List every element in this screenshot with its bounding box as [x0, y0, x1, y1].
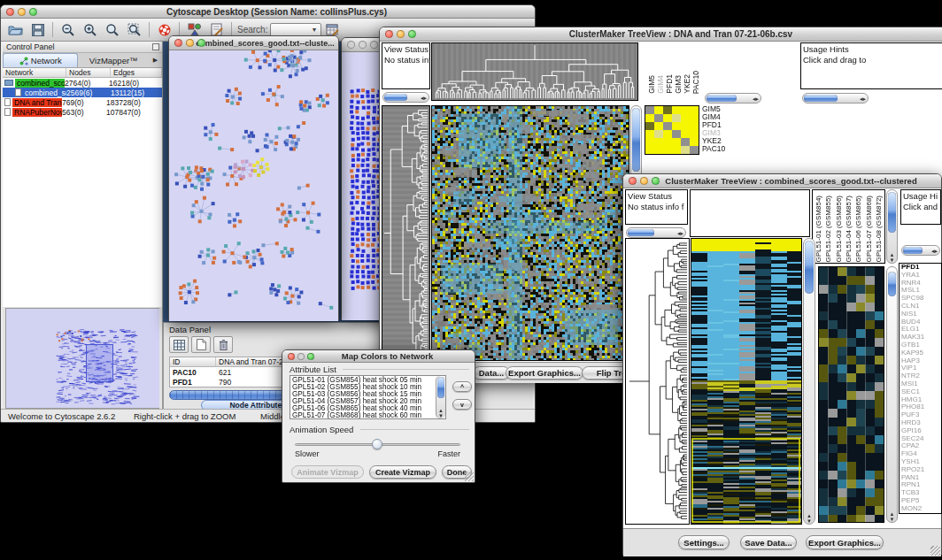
zoom-fit-button[interactable] — [101, 20, 123, 40]
matrix-cell[interactable] — [645, 138, 654, 146]
close-button[interactable] — [288, 353, 295, 360]
scrollbar-thumb[interactable] — [888, 272, 896, 296]
column-label[interactable]: PFD1 — [665, 74, 674, 94]
gene-list[interactable]: PFD1YRA1RNR4MSL1SPC98CLN1NIS1BUD4ELG1MAK… — [899, 263, 942, 514]
matrix-cell[interactable] — [681, 146, 690, 154]
column-label[interactable]: GPL51-06 (GSM865) — [854, 196, 862, 263]
column-label[interactable]: GIM4 — [656, 75, 665, 94]
minimize-button[interactable] — [397, 30, 405, 38]
row-dendrogram-canvas[interactable] — [626, 239, 689, 524]
close-button[interactable] — [174, 39, 182, 47]
resize-grip[interactable] — [464, 472, 474, 481]
matrix-cell[interactable] — [654, 106, 663, 114]
scrollbar-thumb[interactable] — [903, 247, 923, 254]
gene-label[interactable]: MON2 — [900, 505, 941, 513]
usage-hints-hscrollbar[interactable]: ◂▸ — [901, 245, 940, 256]
close-button[interactable] — [347, 41, 355, 49]
minimize-button[interactable] — [297, 353, 305, 360]
maximize-button[interactable] — [408, 30, 416, 38]
matrix-cell[interactable] — [681, 114, 690, 122]
matrix-cell[interactable] — [654, 138, 663, 146]
scrollbar-arrows-icon[interactable]: ◂▸ — [931, 247, 938, 255]
open-button[interactable] — [4, 20, 27, 40]
column-label[interactable]: GIM5 — [647, 75, 656, 94]
export-graphics-button[interactable]: Export Graphics... — [806, 535, 884, 549]
scrollbar-thumb[interactable] — [805, 241, 814, 294]
create-attribute-button[interactable] — [191, 336, 211, 353]
maximize-button[interactable] — [652, 177, 660, 185]
matrix-cell[interactable] — [690, 138, 699, 146]
column-dendrogram-canvas[interactable] — [432, 43, 637, 100]
network-list-row[interactable]: combined_sco2569(6)13112(15) — [3, 88, 162, 97]
usage-hints-hscrollbar[interactable]: ◂▸ — [802, 93, 869, 104]
scrollbar-thumb[interactable] — [437, 377, 444, 398]
tab-network[interactable]: Network — [3, 53, 78, 67]
matrix-cell[interactable] — [681, 106, 690, 114]
col-header-network[interactable]: Network — [3, 68, 66, 77]
matrix-cell[interactable] — [645, 130, 654, 138]
minimize-button[interactable] — [186, 39, 194, 47]
listbox-vscrollbar[interactable]: ▲▼ — [436, 376, 445, 418]
move-up-button[interactable]: ^ — [452, 381, 472, 392]
column-dendrogram-panel[interactable] — [431, 42, 638, 101]
column-label[interactable]: GPL51-08 (GSM872) — [875, 196, 883, 263]
matrix-cell[interactable] — [654, 130, 663, 138]
zoom-in-button[interactable] — [79, 20, 101, 40]
secondary-heatmap-canvas[interactable] — [819, 267, 884, 522]
view-status-hscrollbar[interactable]: ◂▸ — [626, 227, 686, 238]
heatmap-panel[interactable] — [691, 238, 802, 525]
scrollbar-arrows-icon[interactable]: ◂▸ — [860, 95, 866, 103]
close-button[interactable] — [6, 8, 14, 16]
matrix-cell[interactable] — [672, 138, 681, 146]
move-down-button[interactable]: v — [452, 399, 472, 410]
col-header-id[interactable]: ID — [170, 357, 216, 366]
scrollbar-thumb[interactable] — [384, 94, 407, 101]
scrollbar-thumb[interactable] — [804, 95, 838, 102]
scrollbar-arrows-icon[interactable]: ▲▼ — [887, 511, 897, 522]
row-dendrogram-canvas[interactable] — [382, 106, 429, 360]
birdseye-view[interactable] — [5, 308, 159, 409]
col-header-nodes[interactable]: Nodes — [66, 68, 111, 77]
tab-vizmapper[interactable]: VizMapper™ — [78, 53, 149, 67]
birdseye-canvas[interactable] — [6, 309, 159, 408]
table-mode-button[interactable] — [169, 336, 189, 353]
search-dropdown-arrow-icon[interactable]: ▼ — [308, 25, 320, 35]
minimize-button[interactable] — [640, 177, 648, 185]
scrollbar-thumb[interactable] — [628, 229, 654, 236]
matrix-cell[interactable] — [681, 130, 690, 138]
matrix-cell[interactable] — [690, 130, 699, 138]
matrix-cell[interactable] — [672, 146, 681, 154]
save-button[interactable] — [27, 20, 49, 40]
network-view-canvas[interactable] — [169, 50, 338, 321]
delete-attribute-button[interactable] — [213, 336, 233, 353]
heatmap-vscrollbar[interactable]: ▲▼ — [803, 238, 815, 525]
column-dendrogram-panel[interactable] — [690, 189, 810, 237]
column-label[interactable]: GPL51-03 (GSM856) — [835, 196, 843, 263]
network-list-row[interactable]: DNA and Tran 07769(0)183728(0) — [3, 97, 162, 107]
matrix-cell[interactable] — [672, 130, 681, 138]
close-button[interactable] — [629, 177, 637, 185]
matrix-cell[interactable] — [690, 114, 699, 122]
close-button[interactable] — [385, 30, 393, 38]
heatmap-panel[interactable] — [431, 105, 629, 361]
attribute-item[interactable]: GPL51-07 (GSM868) heat shock 60 min — [290, 412, 435, 419]
network-view-titlebar[interactable]: combined_scores_good.txt--cluste... — [169, 36, 338, 50]
matrix-cell[interactable] — [690, 122, 699, 130]
network-list-row[interactable]: combined_scores2764(0)16218(0) — [3, 78, 162, 88]
scrollbar-thumb[interactable] — [706, 95, 737, 102]
export-graphics-button[interactable]: Export Graphics... — [506, 366, 583, 380]
tab-overflow-arrow-icon[interactable]: ▶ — [149, 53, 162, 67]
save-data-button[interactable]: Data... — [473, 366, 510, 380]
heatmap-canvas[interactable] — [691, 239, 801, 524]
minimize-button[interactable] — [359, 41, 367, 49]
matrix-cell[interactable] — [663, 146, 672, 154]
float-panel-icon[interactable] — [152, 43, 159, 50]
row-dendrogram-panel[interactable] — [625, 238, 690, 525]
matrix-cell[interactable] — [645, 122, 654, 130]
cluster-matrix[interactable] — [645, 105, 699, 155]
matrix-cell[interactable] — [690, 106, 699, 114]
matrix-cell[interactable] — [672, 122, 681, 130]
col-header-edges[interactable]: Edges — [111, 68, 162, 77]
maximize-button[interactable] — [370, 41, 378, 49]
animation-speed-slider-thumb[interactable] — [372, 439, 382, 449]
